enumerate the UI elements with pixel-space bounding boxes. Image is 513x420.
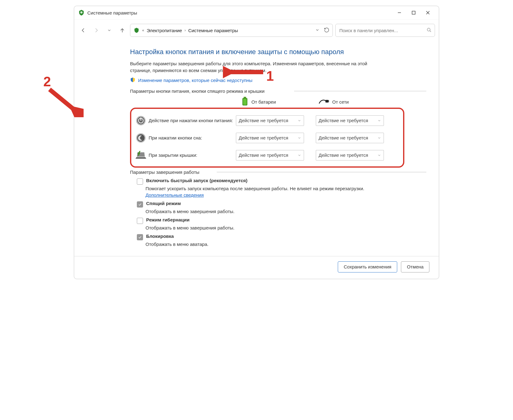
window-title: Системные параметры bbox=[87, 10, 137, 15]
annotation-2: 2 bbox=[43, 74, 51, 89]
maximize-button[interactable] bbox=[406, 8, 421, 17]
nav-row: « Электропитание › Системные параметры bbox=[74, 19, 439, 40]
hibernate-sub: Отображать в меню завершения работы. bbox=[146, 225, 391, 231]
change-unavailable-link[interactable]: Изменение параметров, которые сейчас нед… bbox=[138, 78, 252, 83]
sleep-ac-select[interactable]: Действие не требуется bbox=[316, 133, 384, 143]
save-button[interactable]: Сохранить изменения bbox=[338, 261, 397, 272]
hibernate-checkbox[interactable] bbox=[137, 218, 143, 224]
svg-point-0 bbox=[80, 11, 82, 13]
bottom-bar: Сохранить изменения Отмена bbox=[74, 256, 439, 272]
forward-button[interactable] bbox=[91, 25, 102, 36]
up-button[interactable] bbox=[117, 25, 128, 36]
row-sleep-button: При нажатии кнопки сна: Действие не треб… bbox=[134, 129, 398, 147]
search-icon bbox=[427, 28, 432, 33]
sleep-icon bbox=[134, 133, 147, 143]
more-info-link[interactable]: Дополнительные сведения bbox=[146, 192, 204, 198]
content: 1 2 Настройка кнопок питания и включение… bbox=[74, 40, 439, 247]
svg-rect-12 bbox=[243, 99, 247, 105]
page-heading: Настройка кнопок питания и включение защ… bbox=[130, 48, 426, 56]
power-plan-icon bbox=[133, 27, 140, 33]
col-battery: От батареи bbox=[241, 97, 276, 107]
chevron-right-icon: › bbox=[184, 28, 186, 32]
arrow-2-icon bbox=[46, 86, 84, 117]
column-headers: От батареи От сети bbox=[130, 97, 426, 107]
row-lid: При закрытии крышки: Действие не требует… bbox=[134, 147, 398, 164]
lock-checkbox[interactable] bbox=[137, 234, 143, 240]
lid-battery-select[interactable]: Действие не требуется bbox=[236, 150, 304, 161]
sleep-battery-select[interactable]: Действие не требуется bbox=[236, 133, 304, 143]
power-battery-select[interactable]: Действие не требуется bbox=[236, 115, 304, 126]
search-input[interactable] bbox=[339, 28, 427, 33]
col-ac: От сети bbox=[319, 98, 349, 106]
shield-icon bbox=[130, 77, 136, 84]
lock-sub: Отображать в меню аватара. bbox=[146, 241, 391, 247]
recent-button[interactable] bbox=[104, 25, 115, 36]
lock-title: Блокировка bbox=[146, 234, 174, 239]
shutdown-options: Включить быстрый запуск (рекомендуется) … bbox=[130, 178, 391, 247]
sleep-title: Спящий режим bbox=[146, 201, 181, 206]
search-box[interactable] bbox=[335, 24, 435, 37]
breadcrumb-dropdown-icon[interactable] bbox=[315, 28, 320, 33]
battery-icon bbox=[241, 97, 248, 107]
app-icon bbox=[78, 9, 85, 16]
breadcrumb-parent[interactable]: Электропитание bbox=[147, 28, 182, 33]
breadcrumb-current[interactable]: Системные параметры bbox=[188, 28, 238, 33]
sleep-sub: Отображать в меню завершения работы. bbox=[146, 208, 391, 215]
cancel-button[interactable]: Отмена bbox=[401, 261, 429, 272]
sleep-checkbox[interactable] bbox=[137, 201, 143, 208]
chevron-left-icon: « bbox=[141, 28, 145, 32]
close-button[interactable] bbox=[421, 8, 435, 17]
fast-startup-sub: Помогает ускорить запуск компьютера посл… bbox=[146, 185, 391, 198]
highlighted-settings-box: Действие при нажатии кнопки питания: Дей… bbox=[130, 108, 404, 168]
svg-line-7 bbox=[430, 31, 431, 32]
row-power-label: Действие при нажатии кнопки питания: bbox=[147, 118, 236, 124]
row-lid-label: При закрытии крышки: bbox=[147, 152, 236, 158]
power-ac-select[interactable]: Действие не требуется bbox=[316, 115, 384, 126]
row-sleep-label: При нажатии кнопки сна: bbox=[147, 135, 236, 141]
fast-startup-checkbox[interactable] bbox=[137, 178, 143, 185]
minimize-button[interactable] bbox=[392, 8, 406, 17]
svg-rect-2 bbox=[412, 11, 415, 14]
refresh-button[interactable] bbox=[324, 27, 329, 34]
row-power-button: Действие при нажатии кнопки питания: Дей… bbox=[134, 112, 398, 129]
lid-ac-select[interactable]: Действие не требуется bbox=[316, 150, 384, 161]
back-button[interactable] bbox=[78, 25, 89, 36]
power-icon bbox=[134, 115, 147, 126]
plug-icon bbox=[319, 98, 329, 106]
svg-point-6 bbox=[427, 28, 430, 31]
fast-startup-title: Включить быстрый запуск (рекомендуется) bbox=[146, 178, 247, 183]
window: Системные параметры « Электропитание › С… bbox=[74, 6, 439, 279]
hibernate-title: Режим гибернации bbox=[146, 217, 189, 222]
section-shutdown: Параметры завершения работы bbox=[130, 169, 426, 175]
svg-rect-13 bbox=[325, 100, 328, 102]
section-power-buttons: Параметры кнопки питания, кнопки спящего… bbox=[130, 88, 426, 94]
svg-rect-10 bbox=[244, 97, 246, 98]
svg-line-9 bbox=[50, 89, 76, 111]
change-settings-row: Изменение параметров, которые сейчас нед… bbox=[130, 77, 426, 84]
page-description: Выберите параметры завершения работы для… bbox=[130, 60, 384, 74]
title-bar: Системные параметры bbox=[74, 6, 439, 19]
breadcrumb[interactable]: « Электропитание › Системные параметры bbox=[130, 24, 333, 37]
laptop-lid-icon bbox=[134, 151, 147, 160]
